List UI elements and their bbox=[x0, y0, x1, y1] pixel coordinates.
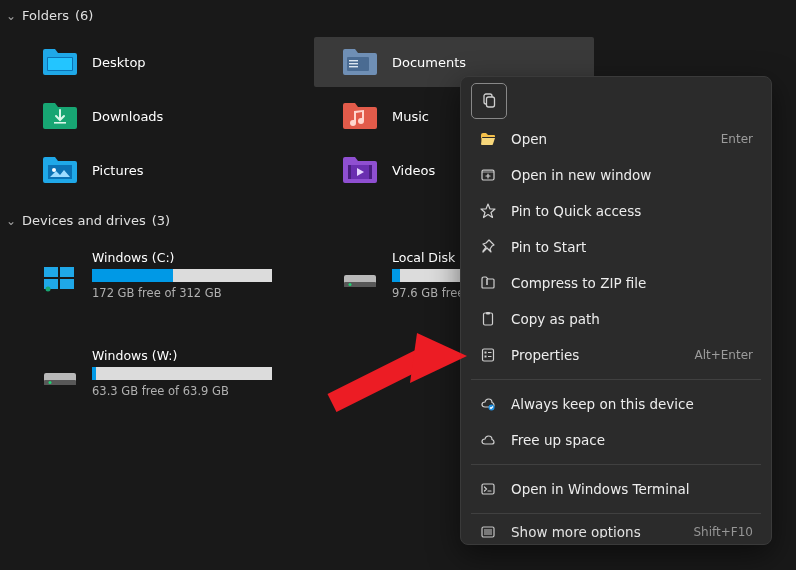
downloads-folder-icon bbox=[42, 101, 78, 131]
svg-rect-24 bbox=[487, 97, 495, 107]
context-menu-label: Free up space bbox=[511, 432, 753, 448]
context-menu-item-open-in-new-window[interactable]: Open in new window bbox=[467, 157, 765, 193]
drive-name: Windows (W:) bbox=[92, 348, 272, 363]
context-menu-label: Copy as path bbox=[511, 311, 753, 327]
folder-pictures[interactable]: Pictures bbox=[14, 145, 294, 195]
clipboard-icon bbox=[479, 310, 497, 328]
svg-rect-29 bbox=[483, 349, 494, 361]
context-menu-divider bbox=[471, 464, 761, 465]
context-menu-divider bbox=[471, 379, 761, 380]
copy-icon bbox=[481, 93, 497, 109]
folder-open-icon bbox=[479, 130, 497, 148]
cloud-check-icon bbox=[479, 395, 497, 413]
context-menu-shortcut: Alt+Enter bbox=[694, 348, 753, 362]
svg-rect-33 bbox=[482, 484, 494, 494]
documents-folder-icon bbox=[342, 47, 378, 77]
svg-point-19 bbox=[349, 283, 352, 286]
folders-title: Folders bbox=[22, 8, 69, 23]
hdd-icon bbox=[42, 363, 78, 391]
context-menu-item-compress-to-zip-file[interactable]: Compress to ZIP file bbox=[467, 265, 765, 301]
folders-count: (6) bbox=[75, 8, 93, 23]
svg-rect-28 bbox=[486, 312, 490, 315]
context-menu-label: Open bbox=[511, 131, 707, 147]
drive-free-text: 63.3 GB free of 63.9 GB bbox=[92, 384, 272, 398]
pictures-folder-icon bbox=[42, 155, 78, 185]
context-menu-divider bbox=[471, 513, 761, 514]
drive-free-text: 172 GB free of 312 GB bbox=[92, 286, 272, 300]
context-menu-item-pin-to-start[interactable]: Pin to Start bbox=[467, 229, 765, 265]
context-menu: OpenEnterOpen in new windowPin to Quick … bbox=[460, 76, 772, 545]
context-menu-item-open-in-windows-terminal[interactable]: Open in Windows Terminal bbox=[467, 471, 765, 507]
context-menu-quick-actions bbox=[467, 83, 765, 121]
context-menu-shortcut: Shift+F10 bbox=[693, 525, 753, 538]
drive-c[interactable]: Windows (C:) 172 GB free of 312 GB bbox=[14, 246, 274, 304]
svg-point-16 bbox=[46, 287, 51, 292]
chevron-down-icon: ⌄ bbox=[6, 214, 16, 228]
more-icon bbox=[479, 523, 497, 538]
drive-storage-bar bbox=[92, 367, 272, 380]
folder-downloads[interactable]: Downloads bbox=[14, 91, 294, 141]
cloud-icon bbox=[479, 431, 497, 449]
context-menu-item-always-keep-on-this-device[interactable]: Always keep on this device bbox=[467, 386, 765, 422]
folder-label: Documents bbox=[392, 55, 466, 70]
context-menu-label: Pin to Quick access bbox=[511, 203, 753, 219]
svg-rect-4 bbox=[349, 63, 358, 64]
terminal-icon bbox=[479, 480, 497, 498]
drive-storage-bar bbox=[92, 269, 272, 282]
c-drive-icon bbox=[42, 265, 78, 293]
context-menu-item-properties[interactable]: PropertiesAlt+Enter bbox=[467, 337, 765, 373]
svg-rect-12 bbox=[44, 267, 58, 277]
star-icon bbox=[479, 202, 497, 220]
context-menu-item-pin-to-quick-access[interactable]: Pin to Quick access bbox=[467, 193, 765, 229]
svg-rect-26 bbox=[482, 170, 494, 173]
folders-section-header[interactable]: ⌄ Folders (6) bbox=[0, 0, 796, 31]
context-menu-label: Compress to ZIP file bbox=[511, 275, 753, 291]
svg-rect-15 bbox=[60, 279, 74, 289]
svg-point-8 bbox=[52, 168, 56, 172]
svg-rect-10 bbox=[348, 165, 351, 179]
context-menu-label: Open in Windows Terminal bbox=[511, 481, 753, 497]
folder-label: Pictures bbox=[92, 163, 143, 178]
context-menu-shortcut: Enter bbox=[721, 132, 753, 146]
svg-rect-27 bbox=[484, 313, 493, 325]
new-window-icon bbox=[479, 166, 497, 184]
context-menu-item-free-up-space[interactable]: Free up space bbox=[467, 422, 765, 458]
drive-storage-bar bbox=[392, 269, 462, 282]
drives-title: Devices and drives bbox=[22, 213, 146, 228]
svg-point-22 bbox=[49, 381, 52, 384]
context-menu-label: Open in new window bbox=[511, 167, 753, 183]
svg-rect-5 bbox=[349, 66, 358, 67]
properties-icon bbox=[479, 346, 497, 364]
svg-rect-1 bbox=[48, 58, 72, 70]
context-menu-label: Pin to Start bbox=[511, 239, 753, 255]
music-folder-icon bbox=[342, 101, 378, 131]
svg-rect-30 bbox=[485, 352, 487, 354]
zip-icon bbox=[479, 274, 497, 292]
svg-rect-31 bbox=[485, 356, 487, 358]
desktop-folder-icon bbox=[42, 47, 78, 77]
context-menu-label: Properties bbox=[511, 347, 680, 363]
hdd-icon bbox=[342, 265, 378, 293]
context-menu-item-show-more-options[interactable]: Show more optionsShift+F10 bbox=[467, 520, 765, 538]
folder-label: Downloads bbox=[92, 109, 163, 124]
folder-label: Desktop bbox=[92, 55, 146, 70]
drives-count: (3) bbox=[152, 213, 170, 228]
svg-rect-11 bbox=[369, 165, 372, 179]
svg-rect-13 bbox=[60, 267, 74, 277]
context-menu-label: Always keep on this device bbox=[511, 396, 753, 412]
svg-rect-3 bbox=[349, 60, 358, 61]
context-menu-item-copy-as-path[interactable]: Copy as path bbox=[467, 301, 765, 337]
copy-action-button[interactable] bbox=[471, 83, 507, 119]
context-menu-label: Show more options bbox=[511, 524, 679, 538]
svg-rect-6 bbox=[54, 122, 66, 124]
videos-folder-icon bbox=[342, 155, 378, 185]
pin-icon bbox=[479, 238, 497, 256]
folder-desktop[interactable]: Desktop bbox=[14, 37, 294, 87]
drive-name: Windows (C:) bbox=[92, 250, 272, 265]
folder-label: Music bbox=[392, 109, 429, 124]
context-menu-item-open[interactable]: OpenEnter bbox=[467, 121, 765, 157]
folder-label: Videos bbox=[392, 163, 435, 178]
drive-w[interactable]: Windows (W:) 63.3 GB free of 63.9 GB bbox=[14, 344, 274, 402]
chevron-down-icon: ⌄ bbox=[6, 9, 16, 23]
